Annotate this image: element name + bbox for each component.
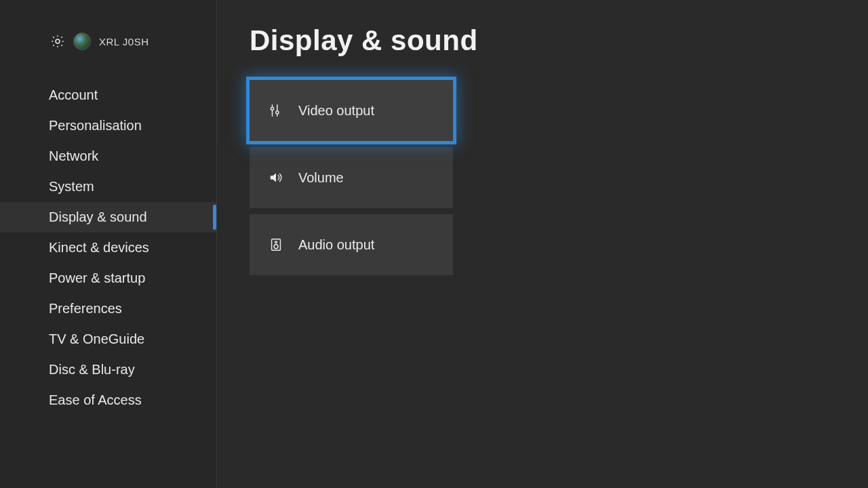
sidebar-item-ease-of-access[interactable]: Ease of Access [0, 385, 216, 415]
sidebar-item-label: Network [49, 148, 98, 164]
sidebar-item-account[interactable]: Account [0, 80, 216, 110]
sidebar-item-label: Power & startup [49, 270, 145, 286]
sidebar-nav: Account Personalisation Network System D… [0, 80, 216, 415]
sidebar-item-network[interactable]: Network [0, 141, 216, 171]
sidebar-item-label: Display & sound [49, 209, 147, 225]
sidebar-item-kinect-devices[interactable]: Kinect & devices [0, 232, 216, 263]
avatar [73, 33, 91, 50]
svg-point-4 [275, 241, 277, 243]
sidebar-item-label: Account [49, 87, 98, 103]
tile-list: Video output Volume [250, 80, 453, 275]
svg-point-1 [271, 107, 273, 110]
speaker-icon [269, 170, 283, 185]
tile-label: Audio output [298, 237, 374, 253]
sidebar-item-label: System [49, 179, 94, 195]
sidebar-item-preferences[interactable]: Preferences [0, 293, 216, 324]
sidebar-item-display-sound[interactable]: Display & sound [0, 202, 216, 232]
tile-label: Volume [298, 170, 344, 186]
sidebar-item-personalisation[interactable]: Personalisation [0, 110, 216, 141]
sidebar: XRL J0SH Account Personalisation Network… [0, 0, 217, 488]
audio-output-icon [269, 237, 283, 252]
tile-label: Video output [298, 103, 374, 119]
username: XRL J0SH [99, 36, 149, 47]
page-title: Display & sound [250, 24, 868, 57]
sidebar-item-tv-oneguide[interactable]: TV & OneGuide [0, 324, 216, 354]
tile-volume[interactable]: Volume [250, 147, 453, 208]
sidebar-item-power-startup[interactable]: Power & startup [0, 263, 216, 293]
sidebar-item-label: Ease of Access [49, 392, 142, 408]
tile-audio-output[interactable]: Audio output [250, 214, 453, 275]
tile-video-output[interactable]: Video output [250, 80, 453, 141]
sidebar-item-disc-bluray[interactable]: Disc & Blu-ray [0, 354, 216, 385]
sidebar-item-label: Disc & Blu-ray [49, 362, 135, 378]
video-settings-icon [269, 103, 283, 118]
svg-point-5 [274, 245, 278, 249]
sidebar-item-label: Kinect & devices [49, 240, 149, 256]
sidebar-item-system[interactable]: System [0, 171, 216, 202]
gear-icon [50, 34, 65, 49]
svg-point-2 [276, 111, 279, 114]
settings-app: XRL J0SH Account Personalisation Network… [0, 0, 868, 488]
sidebar-item-label: TV & OneGuide [49, 331, 144, 347]
sidebar-header: XRL J0SH [0, 33, 216, 50]
svg-point-0 [56, 39, 60, 43]
main-panel: Display & sound Video output [217, 0, 868, 488]
sidebar-item-label: Personalisation [49, 118, 142, 134]
sidebar-item-label: Preferences [49, 301, 122, 317]
